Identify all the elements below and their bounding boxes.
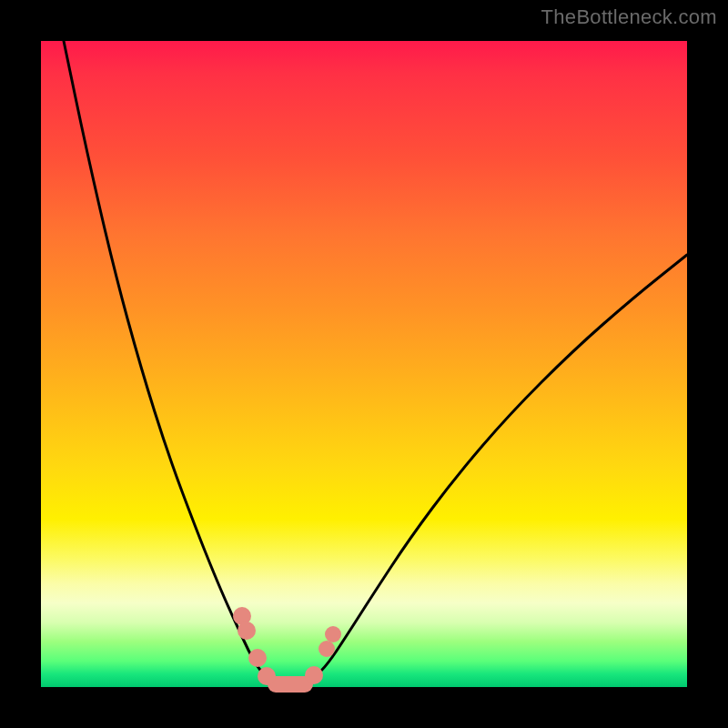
marker-dot [318,641,335,657]
left-curve [64,41,273,684]
right-curve [305,255,687,684]
chart-frame: TheBottleneck.com [0,0,728,728]
watermark-text: TheBottleneck.com [541,5,717,29]
marker-dot [238,622,256,640]
marker-dot [258,667,276,685]
marker-dots [233,607,341,685]
curves-svg [41,41,687,687]
marker-dot [305,666,323,684]
marker-dot [248,649,267,667]
marker-dot [325,626,341,642]
plot-area [41,41,687,687]
